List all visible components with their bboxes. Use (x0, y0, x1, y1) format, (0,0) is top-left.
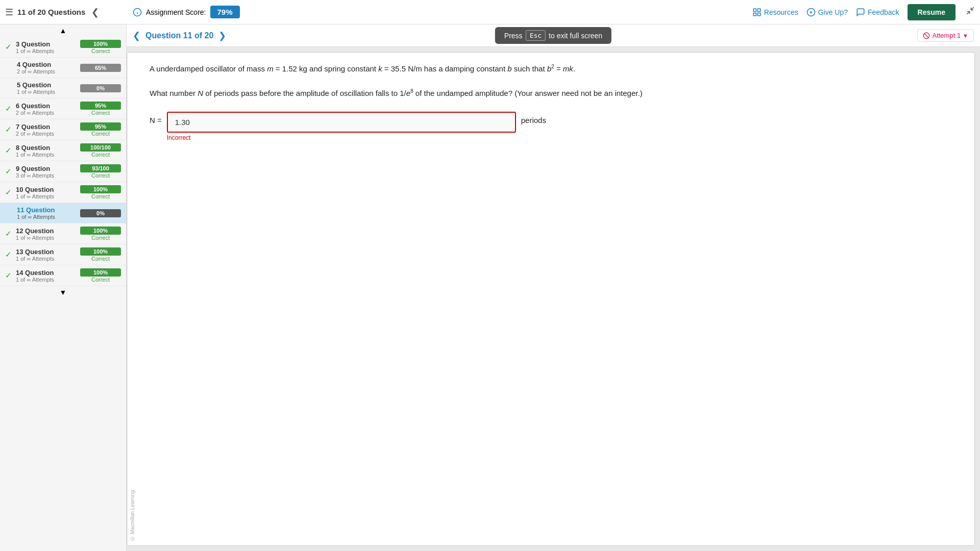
sidebar-scroll-down[interactable]: ▼ (0, 286, 126, 298)
feedback-button[interactable]: Feedback (856, 8, 899, 17)
status-correct: Correct (80, 152, 121, 158)
question-panel: © Macmillan Learning A underdamped oscil… (127, 52, 975, 546)
sidebar-item-q8[interactable]: ✓ 8 Question 1 of ∞ Attempts 100/100 Cor… (0, 140, 126, 161)
question-nav: ❮ Question 11 of 20 ❯ Press Esc to exit … (127, 24, 980, 47)
sidebar-scroll-up[interactable]: ▲ (0, 24, 126, 37)
progress-bar: 95% (80, 102, 121, 110)
status-correct: Correct (80, 172, 121, 179)
answer-row: N = Incorrect periods (150, 112, 962, 141)
sidebar-item-attempts: 1 of ∞ Attempts (16, 48, 77, 54)
progress-bar-container: 93/100 Correct (80, 164, 121, 179)
collapse-sidebar-button[interactable]: ❮ (91, 7, 99, 18)
progress-bar: 100% (80, 185, 121, 193)
resources-icon (752, 8, 762, 17)
check-icon: ✓ (5, 42, 12, 52)
sidebar-item-attempts: 2 of ∞ Attempts (17, 68, 77, 74)
status-correct: Correct (80, 110, 121, 116)
svg-rect-4 (757, 9, 760, 11)
sidebar-item-info: 5 Question 1 of ∞ Attempts (17, 81, 77, 95)
publisher-watermark: © Macmillan Learning (127, 53, 137, 545)
check-icon: ✓ (5, 125, 12, 134)
progress-bar: 93/100 (80, 164, 121, 172)
sidebar-items-container: ✓ 3 Question 1 of ∞ Attempts 100% Correc… (0, 37, 126, 286)
n-equals-label: N = (150, 112, 162, 124)
sidebar-item-attempts: 2 of ∞ Attempts (16, 110, 77, 116)
header-title: 11 of 20 Questions (17, 8, 85, 16)
next-question-button[interactable]: ❯ (218, 30, 226, 41)
status-correct: Correct (80, 48, 121, 54)
sidebar-item-q4[interactable]: 4 Question 2 of ∞ Attempts 65% (0, 58, 126, 78)
progress-bar-container: 0% (80, 84, 121, 92)
sidebar-item-attempts: 1 of ∞ Attempts (16, 193, 77, 199)
attempt-chevron-icon: ▼ (963, 33, 968, 39)
check-icon: ✓ (5, 146, 12, 155)
sidebar-item-q9[interactable]: ✓ 9 Question 3 of ∞ Attempts 93/100 Corr… (0, 161, 126, 182)
sidebar-item-title: 9 Question (16, 165, 77, 172)
sidebar-item-q12[interactable]: ✓ 12 Question 1 of ∞ Attempts 100% Corre… (0, 223, 126, 244)
sidebar-item-q14[interactable]: ✓ 14 Question 1 of ∞ Attempts 100% Corre… (0, 265, 126, 286)
header-right: Resources Give Up? Feedback Resume (752, 4, 975, 20)
sidebar-item-q3[interactable]: ✓ 3 Question 1 of ∞ Attempts 100% Correc… (0, 37, 126, 58)
status-correct: Correct (80, 277, 121, 283)
svg-line-11 (924, 33, 928, 37)
prev-question-button[interactable]: ❮ (133, 30, 140, 41)
progress-bar-container: 95% Correct (80, 122, 121, 137)
header: ☰ 11 of 20 Questions ❮ Assignment Score:… (0, 0, 980, 24)
sidebar-item-info: 11 Question 1 of ∞ Attempts (17, 206, 77, 220)
sidebar-item-attempts: 3 of ∞ Attempts (16, 172, 77, 179)
sidebar-item-q6[interactable]: ✓ 6 Question 2 of ∞ Attempts 95% Correct (0, 98, 126, 119)
progress-bar-container: 100% Correct (80, 247, 121, 262)
svg-line-9 (971, 7, 974, 10)
sidebar-item-attempts: 2 of ∞ Attempts (16, 131, 77, 137)
sidebar-item-q11[interactable]: 11 Question 1 of ∞ Attempts 0% (0, 203, 126, 223)
answer-input-container: Incorrect (167, 112, 516, 141)
sidebar-item-info: 13 Question 1 of ∞ Attempts (16, 248, 77, 262)
status-correct: Correct (80, 235, 121, 241)
progress-bar: 100% (80, 227, 121, 235)
esc-key: Esc (526, 30, 546, 41)
answer-input[interactable] (168, 113, 515, 132)
sidebar-item-info: 7 Question 2 of ∞ Attempts (16, 123, 77, 137)
progress-bar-container: 0% (80, 209, 121, 217)
question-text-p1: A underdamped oscillator of mass m = 1.5… (150, 64, 575, 73)
sidebar-item-title: 10 Question (16, 186, 77, 193)
svg-rect-3 (753, 9, 756, 11)
sidebar: ▲ ✓ 3 Question 1 of ∞ Attempts 100% Corr… (0, 24, 127, 551)
progress-bar: 95% (80, 122, 121, 131)
score-badge: 79% (210, 6, 240, 18)
status-correct: Correct (80, 193, 121, 199)
progress-bar: 100% (80, 268, 121, 277)
check-icon: ✓ (5, 167, 12, 176)
sidebar-item-title: 13 Question (16, 248, 77, 256)
sidebar-item-info: 6 Question 2 of ∞ Attempts (16, 102, 77, 116)
hamburger-icon[interactable]: ☰ (5, 7, 13, 18)
attempt-button[interactable]: Attempt 1 ▼ (917, 29, 974, 42)
sidebar-item-info: 10 Question 1 of ∞ Attempts (16, 186, 77, 199)
resources-label: Resources (764, 8, 798, 16)
feedback-icon (856, 8, 865, 17)
resume-button[interactable]: Resume (908, 4, 955, 20)
sidebar-item-attempts: 1 of ∞ Attempts (16, 235, 77, 241)
content-area: ❮ Question 11 of 20 ❯ Press Esc to exit … (127, 24, 980, 551)
feedback-label: Feedback (868, 8, 899, 16)
progress-bar: 0% (80, 84, 121, 92)
sidebar-item-title: 8 Question (16, 144, 77, 152)
info-icon (133, 8, 142, 17)
sidebar-item-q13[interactable]: ✓ 13 Question 1 of ∞ Attempts 100% Corre… (0, 244, 126, 265)
esc-banner: Press Esc to exit full screen (495, 27, 611, 44)
esc-press-text: Press (504, 32, 523, 40)
fullscreen-exit-button[interactable] (966, 6, 975, 18)
progress-bar: 65% (80, 64, 121, 72)
resources-button[interactable]: Resources (752, 8, 798, 17)
sidebar-item-title: 11 Question (17, 206, 77, 214)
sidebar-item-info: 3 Question 1 of ∞ Attempts (16, 40, 77, 54)
check-icon: ✓ (5, 188, 12, 197)
give-up-button[interactable]: Give Up? (806, 8, 848, 17)
attempt-label: Attempt 1 (932, 32, 961, 39)
check-icon: ✓ (5, 271, 12, 280)
check-icon: ✓ (5, 229, 12, 238)
sidebar-item-q7[interactable]: ✓ 7 Question 2 of ∞ Attempts 95% Correct (0, 119, 126, 140)
give-up-label: Give Up? (818, 8, 848, 16)
sidebar-item-q10[interactable]: ✓ 10 Question 1 of ∞ Attempts 100% Corre… (0, 182, 126, 203)
sidebar-item-q5[interactable]: 5 Question 1 of ∞ Attempts 0% (0, 78, 126, 98)
